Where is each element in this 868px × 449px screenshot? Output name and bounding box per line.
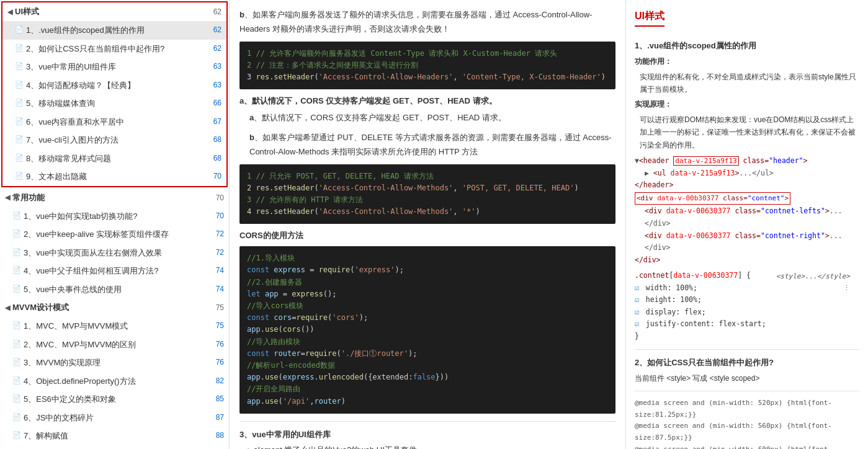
item-num-c3: 72 [211, 247, 224, 258]
main-cors-heading: CORS的使用方法 [239, 230, 615, 241]
item-num-7: 68 [208, 134, 221, 145]
code-line-3-13: app.use('/api',router) [247, 396, 608, 407]
sidebar-item-c5[interactable]: 📄 5、vue中央事件总线的使用 74 [0, 280, 229, 299]
item-text-1: 1、.vue组件的scoped属性的作用 [26, 24, 208, 37]
sidebar-section-header-common[interactable]: ◀ 常用功能 70 [0, 189, 229, 207]
section-icon-common: ◀ [5, 193, 10, 202]
item-text-7: 7、vue-cli引入图片的方法 [26, 134, 208, 146]
list-item-dot-1: element 饿了么出品的Vue2的web UI工具套件 [239, 444, 615, 449]
item-num-m2: 76 [211, 339, 224, 350]
item-num-c5: 74 [211, 283, 224, 295]
right-html-tree: ▼<header data-v-215a9f13 class="header">… [635, 155, 859, 266]
section-page-common: 70 [216, 193, 224, 202]
code-line-2-2: 2 res.setHeader('Access-Control-Allow-Me… [247, 182, 608, 194]
right-panel-title: UI样式 [635, 7, 664, 27]
item-icon-3: 📄 [15, 61, 24, 71]
sidebar-section-header-ui-styles[interactable]: ◀ UI样式 62 [2, 2, 226, 21]
main-para-1: b、如果客户端向服务器发送了额外的请求头信息，则需要在服务器端，通过 Acces… [239, 7, 615, 37]
item-text-m4: 4、Object.defineProperty()方法 [24, 375, 211, 388]
sidebar-item-c2[interactable]: 📄 2、vue中keep-alive 实现标签页组件缓存 72 [0, 225, 229, 244]
item-num-6: 67 [208, 116, 221, 127]
item-icon-1: 📄 [15, 24, 24, 35]
item-icon-c5: 📄 [12, 283, 21, 294]
item-icon-4: 📄 [15, 79, 24, 90]
section-collapse-icon: ◀ [7, 8, 12, 16]
item-text-m1: 1、MVC、MVP与MVVM模式 [24, 320, 211, 332]
sidebar-item-c1[interactable]: 📄 1、vue中如何实现tab切换功能? 70 [0, 207, 229, 226]
tree-line-4: <div data-v-00b30377 class="contnet"> [635, 192, 859, 206]
item-icon-m7: 📄 [12, 430, 21, 440]
item-icon-2: 📄 [15, 43, 24, 53]
main-heading-3: a、默认情况下，CORS 仅支持客户端发起 GET、POST、HEAD 请求。 [239, 96, 615, 107]
sidebar-section-header-mvvm[interactable]: ◀ MVVM设计模式 75 [0, 298, 229, 317]
sidebar-item-m3[interactable]: 📄 3、MVVM的实现原理 76 [0, 353, 229, 372]
css-line-5: ☑ justify-content: flex-start; [635, 318, 766, 331]
sidebar-item-1[interactable]: 📄 1、.vue组件的scoped属性的作用 62 [2, 21, 226, 40]
css-line-2: ☑ width: 100%; [635, 282, 766, 295]
right-section2-text: 当前组件 <style> 写成 <style scoped> [635, 372, 859, 385]
section-label-ui-styles: UI样式 [15, 6, 39, 17]
item-num-9: 70 [208, 171, 221, 182]
code-line-2-1: 1 // 只允许 POST, GET, DELETE, HEAD 请求方法 [247, 171, 608, 182]
code-line-1-3: 3 res.setHeader('Access-Control-Allow-He… [247, 71, 608, 83]
item-num-m6: 87 [211, 412, 224, 423]
item-num-c4: 74 [211, 265, 224, 276]
sidebar-item-c4[interactable]: 📄 4、vue中父子组件如何相互调用方法? 74 [0, 262, 229, 280]
sidebar-item-m4[interactable]: 📄 4、Object.defineProperty()方法 82 [0, 372, 229, 391]
right-func-label: 功能作用： [635, 55, 859, 68]
tree-line-1: ▼<header data-v-215a9f13 class="header"> [635, 155, 859, 167]
css-line-4: ☑ display: flex; [635, 306, 766, 319]
code-line-3-11: app.use(express.urlencoded({extended:fal… [247, 371, 608, 383]
media-line-2: @media screen and (min-width: 600px) {ht… [635, 444, 859, 449]
item-text-3: 3、vue中常用的UI组件库 [26, 61, 208, 73]
sidebar-item-m6[interactable]: 📄 6、JS中的文档碎片 87 [0, 409, 229, 427]
sidebar-item-2[interactable]: 📄 2、如何让CSS只在当前组件中起作用? 62 [2, 40, 226, 58]
sidebar-item-8[interactable]: 📄 8、移动端常见样式问题 68 [2, 149, 226, 168]
right-section-1: 1、.vue组件的scoped属性的作用 功能作用： 实现组件的私有化，不对全局… [635, 39, 859, 342]
code-line-3-5: //导入cors模块 [247, 300, 608, 312]
sidebar-item-m1[interactable]: 📄 1、MVC、MVP与MVVM模式 75 [0, 317, 229, 336]
tree-line-5: <div data-v-00630377 class="contnet-left… [635, 205, 859, 229]
item-text-m6: 6、JS中的文档碎片 [24, 412, 211, 424]
item-text-c5: 5、vue中央事件总线的使用 [24, 283, 211, 296]
section-icon-mvvm: ◀ [5, 304, 10, 312]
right-media-section: @media screen and (min-width: 520px) {ht… [635, 398, 859, 449]
sidebar-item-3[interactable]: 📄 3、vue中常用的UI组件库 63 [2, 58, 226, 76]
code-line-2-4: 4 res.setHeader('Access-Control-Allow-Me… [247, 206, 608, 218]
code-line-3-8: //导入路由模块 [247, 336, 608, 348]
sidebar-item-7[interactable]: 📄 7、vue-cli引入图片的方法 68 [2, 131, 226, 149]
code-line-1-2: 2 // 注意：多个请求头之间使用英文逗号进行分割 [247, 60, 608, 71]
item-num-4: 63 [208, 79, 221, 91]
css-line-6: } [635, 331, 766, 343]
tree-line-2: ▶ <ul data-v-215a9f13>...</ul> [635, 167, 859, 180]
sidebar-item-c3[interactable]: 📄 3、vue中实现页面从左往右侧滑入效果 72 [0, 244, 229, 262]
sidebar-item-m7[interactable]: 📄 7、解构赋值 88 [0, 427, 229, 445]
main-para-3a: a、默认情况下，CORS 仅支持客户端发起 GET、POST、HEAD 请求。 [239, 110, 615, 125]
item-num-m5: 85 [211, 393, 224, 404]
sidebar-item-m5[interactable]: 📄 5、ES6中定义的类和对象 85 [0, 390, 229, 409]
sidebar-item-4[interactable]: 📄 4、如何适配移动端？【经典】 63 [2, 76, 226, 95]
code-line-3-1: //1.导入模块 [247, 252, 608, 264]
css-line-3: ☑ height: 100%; [635, 294, 766, 306]
section-page-mvvm: 75 [216, 303, 224, 312]
item-text-8: 8、移动端常见样式问题 [26, 153, 208, 165]
tree-line-3: </header> [635, 179, 859, 192]
sidebar-section-mvvm: ◀ MVVM设计模式 75 📄 1、MVC、MVP与MVVM模式 75 📄 2、… [0, 298, 229, 449]
sidebar-item-m8[interactable]: 📄 8、Array.from 94 [0, 445, 229, 450]
item-text-5: 5、移动端媒体查询 [26, 97, 208, 110]
item-icon-c4: 📄 [12, 265, 21, 275]
right-divider-1 [635, 349, 859, 350]
right-divider-2 [635, 391, 859, 391]
item-text-4: 4、如何适配移动端？【经典】 [26, 79, 208, 92]
item-num-1: 62 [208, 24, 221, 35]
sidebar-item-m2[interactable]: 📄 2、MVC、MVP与MVVM的区别 76 [0, 336, 229, 354]
code-line-3-6: const cors=require('cors'); [247, 312, 608, 324]
sidebar-item-9[interactable]: 📄 9、文本超出隐藏 70 [2, 167, 226, 186]
item-icon-m3: 📄 [12, 357, 21, 367]
right-section-2: 2、如何让CSS只在当前组件中起作用? 当前组件 <style> 写成 <sty… [635, 356, 859, 385]
item-num-m1: 75 [211, 320, 224, 331]
media-line-0: @media screen and (min-width: 520px) {ht… [635, 398, 859, 420]
sidebar-item-5[interactable]: 📄 5、移动端媒体查询 66 [2, 94, 226, 113]
code-line-3-3: //2.创建服务器 [247, 277, 608, 288]
sidebar-item-6[interactable]: 📄 6、vue内容垂直和水平居中 67 [2, 113, 226, 131]
